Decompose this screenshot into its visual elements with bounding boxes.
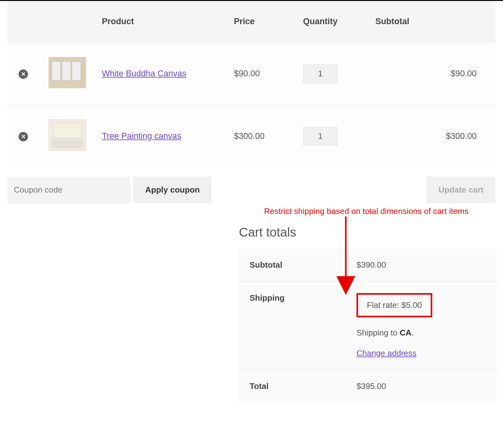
remove-item-button[interactable]: ✕: [19, 132, 28, 141]
table-row: ✕ Tree Painting canvas $300.00 $300.00: [8, 105, 495, 167]
cart-actions-row: Apply coupon Update cart: [8, 177, 495, 203]
price-cell: $90.00: [228, 42, 297, 105]
totals-row-total: Total $395.00: [239, 370, 497, 402]
shipping-flat-rate-highlighted: Flat rate: $5.00: [357, 293, 432, 317]
cart-table: Product Price Quantity Subtotal ✕: [8, 1, 495, 167]
quantity-input[interactable]: [303, 127, 338, 146]
cart-totals-title: Cart totals: [239, 225, 497, 239]
col-header-quantity: Quantity: [297, 1, 369, 42]
coupon-code-input[interactable]: [8, 177, 130, 203]
subtotal-cell: $300.00: [369, 105, 495, 167]
apply-coupon-button[interactable]: Apply coupon: [133, 177, 212, 203]
quantity-input[interactable]: [303, 64, 338, 83]
totals-row-shipping: Shipping Flat rate: $5.00 Shipping to CA…: [239, 281, 497, 370]
total-value: $395.00: [346, 370, 497, 402]
close-icon: ✕: [21, 134, 26, 139]
col-header-remove: [8, 1, 39, 42]
product-link[interactable]: Tree Painting canvas: [102, 131, 181, 141]
cart-totals-section: Restrict shipping based on total dimensi…: [239, 225, 497, 402]
col-header-price: Price: [228, 1, 297, 42]
close-icon: ✕: [21, 71, 26, 77]
total-label: Total: [239, 370, 346, 402]
cart-totals-table: Subtotal $390.00 Shipping Flat rate: $5.…: [239, 249, 497, 402]
subtotal-value: $390.00: [346, 249, 497, 281]
update-cart-button[interactable]: Update cart: [427, 177, 495, 203]
subtotal-label: Subtotal: [239, 249, 346, 281]
table-row: ✕ White Buddha Canvas $90.00 $90.00: [8, 42, 495, 105]
subtotal-cell: $90.00: [369, 42, 495, 105]
col-header-product: Product: [96, 1, 228, 42]
annotation-text: Restrict shipping based on total dimensi…: [264, 206, 468, 216]
product-thumbnail[interactable]: [48, 119, 86, 151]
shipping-label: Shipping: [239, 281, 346, 370]
change-address-link[interactable]: Change address: [357, 348, 417, 358]
shipping-region: CA: [400, 328, 412, 337]
shipping-to-text: Shipping to CA.: [357, 328, 486, 338]
totals-row-subtotal: Subtotal $390.00: [239, 249, 497, 281]
remove-item-button[interactable]: ✕: [19, 69, 28, 79]
product-thumbnail[interactable]: [48, 57, 86, 88]
col-header-subtotal: Subtotal: [369, 1, 495, 42]
price-cell: $300.00: [228, 105, 297, 167]
product-link[interactable]: White Buddha Canvas: [102, 69, 186, 78]
col-header-thumb: [39, 1, 96, 42]
